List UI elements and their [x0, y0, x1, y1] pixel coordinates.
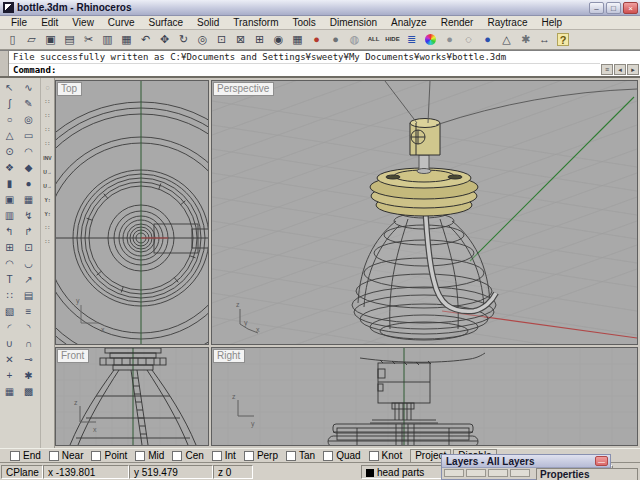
layers-panel-close-icon[interactable]: —: [595, 456, 608, 466]
copy-icon[interactable]: ▥: [98, 31, 117, 48]
undo-icon[interactable]: ↶: [136, 31, 155, 48]
select-points-icon[interactable]: ∷: [42, 95, 54, 109]
osnap-cen[interactable]: Cen: [172, 450, 203, 461]
viewport-perspective-label[interactable]: Perspective: [213, 82, 274, 96]
sidebar-tool-layers[interactable]: ≡: [19, 304, 38, 320]
zoom-window-icon[interactable]: ⊡: [212, 31, 231, 48]
viewport-perspective-canvas[interactable]: z y x: [212, 81, 637, 344]
select-points-icon[interactable]: ∷: [42, 123, 54, 137]
sidebar-tool-explode[interactable]: ↯: [19, 208, 38, 224]
sidebar-tool-text[interactable]: T: [0, 272, 19, 288]
select-points-icon[interactable]: ∷: [42, 221, 54, 235]
select-points-icon[interactable]: ∷: [42, 137, 54, 151]
sidebar-tool-delete[interactable]: ✕: [0, 352, 19, 368]
checkbox[interactable]: [10, 451, 20, 461]
select-v-icon[interactable]: Y↕: [42, 207, 54, 221]
dimension-icon[interactable]: ↔: [535, 31, 554, 48]
render-icon[interactable]: ●: [307, 31, 326, 48]
menu-help[interactable]: Help: [534, 17, 569, 28]
close-button[interactable]: ×: [623, 2, 638, 14]
sidebar-tool-freeform[interactable]: ʃ: [0, 96, 19, 112]
checkbox[interactable]: [323, 451, 333, 461]
checkbox[interactable]: [49, 451, 59, 461]
options-gears-icon[interactable]: ✱: [516, 31, 535, 48]
sidebar-tool-circle[interactable]: ○: [0, 112, 19, 128]
menu-view[interactable]: View: [65, 17, 101, 28]
sidebar-tool-points[interactable]: ∷: [0, 288, 19, 304]
menu-tools[interactable]: Tools: [285, 17, 322, 28]
sidebar-tool-adjust-1[interactable]: ◜: [0, 320, 19, 336]
help-icon[interactable]: ?: [557, 33, 569, 46]
command-scroll-left-icon[interactable]: ◂: [614, 64, 626, 75]
viewport-top-label[interactable]: Top: [57, 82, 82, 96]
checkbox[interactable]: [135, 451, 145, 461]
sidebar-tool-adjust-2[interactable]: ◝: [19, 320, 38, 336]
import-file-icon[interactable]: ▤: [60, 31, 79, 48]
sidebar-tool-add[interactable]: +: [0, 368, 19, 384]
zoom-dynamic-icon[interactable]: ⊠: [231, 31, 250, 48]
sidebar-tool-cylinder[interactable]: ▣: [0, 192, 19, 208]
viewport-top[interactable]: y x Top: [55, 80, 209, 345]
menu-raytrace[interactable]: Raytrace: [480, 17, 534, 28]
menu-transform[interactable]: Transform: [226, 17, 285, 28]
viewport-perspective[interactable]: z y x Perspective: [211, 80, 638, 345]
create-spotlight-icon[interactable]: △: [497, 31, 516, 48]
sidebar-tool-image[interactable]: ▤: [19, 288, 38, 304]
menu-surface[interactable]: Surface: [142, 17, 190, 28]
sidebar-tool-move[interactable]: ↰: [0, 224, 19, 240]
edit-layers-icon[interactable]: ≣: [402, 31, 421, 48]
select-v-icon[interactable]: Y↕: [42, 193, 54, 207]
layers-tool-button[interactable]: [466, 469, 486, 477]
sidebar-tool-arc[interactable]: ◠: [19, 144, 38, 160]
osnap-mid[interactable]: Mid: [135, 450, 164, 461]
layers-tool-button[interactable]: [510, 469, 530, 477]
viewport-right-label[interactable]: Right: [213, 349, 245, 363]
select-u-icon[interactable]: U→: [42, 165, 54, 179]
maximize-button[interactable]: □: [606, 2, 621, 14]
menu-render[interactable]: Render: [434, 17, 481, 28]
osnap-quad[interactable]: Quad: [323, 450, 360, 461]
layers-panel-titlebar[interactable]: Layers - All Layers —: [442, 455, 610, 468]
checkbox[interactable]: [244, 451, 254, 461]
checkbox[interactable]: [212, 451, 222, 461]
sidebar-tool-surface[interactable]: ▦: [19, 192, 38, 208]
osnap-end[interactable]: End: [10, 450, 41, 461]
wireframe-viewport-icon[interactable]: ◌: [459, 31, 478, 48]
sidebar-tool-solid-sphere[interactable]: ●: [19, 176, 38, 192]
new-file-icon[interactable]: ▯: [3, 31, 22, 48]
menu-analyze[interactable]: Analyze: [384, 17, 434, 28]
sidebar-tool-boolean[interactable]: ▥: [0, 208, 19, 224]
menu-solid[interactable]: Solid: [190, 17, 226, 28]
osnap-int[interactable]: Int: [212, 450, 236, 461]
command-scroll-right-icon[interactable]: ▸: [627, 64, 639, 75]
select-points-icon[interactable]: ∷: [42, 235, 54, 249]
cut-icon[interactable]: ✂: [79, 31, 98, 48]
zoom-extents-icon[interactable]: ⊞: [250, 31, 269, 48]
sidebar-tool-revolve[interactable]: ❖: [0, 160, 19, 176]
command-grip[interactable]: ≡: [601, 64, 613, 75]
checkbox[interactable]: [286, 451, 296, 461]
menu-edit[interactable]: Edit: [34, 17, 65, 28]
viewport-front-label[interactable]: Front: [57, 349, 89, 363]
checkbox[interactable]: [172, 451, 182, 461]
color-wheel-icon[interactable]: ●: [425, 34, 436, 45]
sidebar-tool-fillet[interactable]: ◠: [0, 256, 19, 272]
cplane-button[interactable]: CPlane: [1, 465, 43, 479]
lasso-select-icon[interactable]: ◌: [42, 81, 54, 95]
viewport-right[interactable]: z y Right: [211, 347, 638, 446]
sidebar-tool-grid-1[interactable]: ▦: [0, 384, 19, 400]
invert-selection-icon[interactable]: INV: [42, 151, 54, 165]
sidebar-tool-blend[interactable]: ◡: [19, 256, 38, 272]
viewport-front[interactable]: z x Front: [55, 347, 209, 446]
rotate-view-icon[interactable]: ↻: [174, 31, 193, 48]
sidebar-tool-leader[interactable]: ↗: [19, 272, 38, 288]
sidebar-tool-polygon[interactable]: △: [0, 128, 19, 144]
osnap-knot[interactable]: Knot: [369, 450, 403, 461]
layers-tool-button[interactable]: [488, 469, 508, 477]
viewport-layout-icon[interactable]: ▦: [288, 31, 307, 48]
checkbox[interactable]: [91, 451, 101, 461]
save-file-icon[interactable]: ▣: [41, 31, 60, 48]
sidebar-tool-join[interactable]: ∪: [0, 336, 19, 352]
sidebar-tool-trim[interactable]: ⊡: [19, 240, 38, 256]
sidebar-tool-array[interactable]: ⊞: [0, 240, 19, 256]
